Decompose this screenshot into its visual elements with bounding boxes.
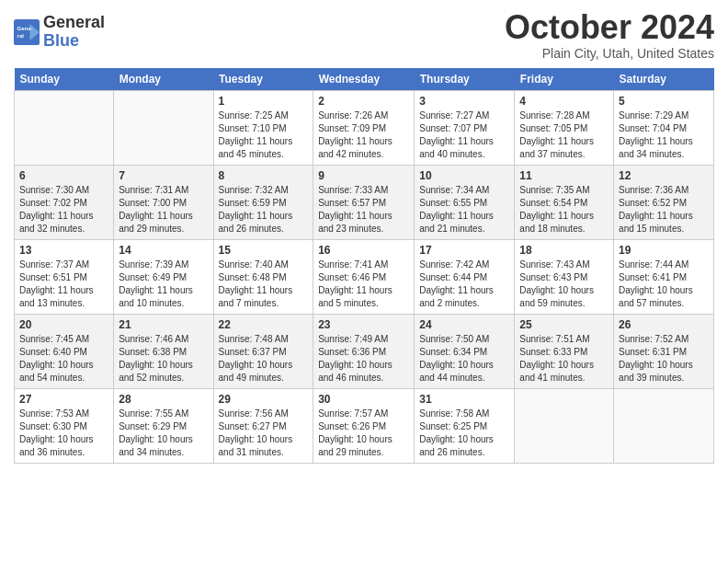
day-number: 28 [119,393,208,406]
day-info: Sunrise: 7:37 AM Sunset: 6:51 PM Dayligh… [19,259,108,310]
calendar-cell: 17Sunrise: 7:42 AM Sunset: 6:44 PM Dayli… [415,239,515,314]
location: Plain City, Utah, United States [505,46,714,61]
day-info: Sunrise: 7:29 AM Sunset: 7:04 PM Dayligh… [619,109,709,161]
day-number: 5 [619,95,709,108]
day-number: 18 [519,244,609,257]
calendar-cell: 16Sunrise: 7:41 AM Sunset: 6:46 PM Dayli… [313,239,415,314]
day-info: Sunrise: 7:41 AM Sunset: 6:46 PM Dayligh… [318,259,409,310]
day-header-sunday: Sunday [15,68,114,91]
day-number: 17 [419,244,509,257]
header-row: SundayMondayTuesdayWednesdayThursdayFrid… [15,68,714,91]
calendar-cell: 18Sunrise: 7:43 AM Sunset: 6:43 PM Dayli… [515,239,614,314]
logo: Gene ral General Blue [14,14,105,51]
day-info: Sunrise: 7:50 AM Sunset: 6:34 PM Dayligh… [419,333,509,385]
day-number: 24 [419,318,509,331]
svg-text:Gene: Gene [17,25,32,31]
day-header-tuesday: Tuesday [213,68,313,91]
week-row-4: 20Sunrise: 7:45 AM Sunset: 6:40 PM Dayli… [15,314,714,388]
day-number: 13 [19,244,108,257]
day-info: Sunrise: 7:49 AM Sunset: 6:36 PM Dayligh… [318,333,409,385]
calendar-cell: 29Sunrise: 7:56 AM Sunset: 6:27 PM Dayli… [213,388,313,463]
month-title: October 2024 [505,9,714,46]
calendar-cell: 3Sunrise: 7:27 AM Sunset: 7:07 PM Daylig… [415,90,515,165]
day-info: Sunrise: 7:42 AM Sunset: 6:44 PM Dayligh… [419,259,509,310]
day-info: Sunrise: 7:48 AM Sunset: 6:37 PM Dayligh… [219,333,309,385]
day-header-saturday: Saturday [614,68,714,91]
calendar-cell: 22Sunrise: 7:48 AM Sunset: 6:37 PM Dayli… [213,314,313,388]
day-number: 27 [19,393,108,406]
day-info: Sunrise: 7:34 AM Sunset: 6:55 PM Dayligh… [419,184,509,236]
day-info: Sunrise: 7:30 AM Sunset: 7:02 PM Dayligh… [19,184,108,236]
calendar-cell [614,388,714,463]
calendar-cell: 6Sunrise: 7:30 AM Sunset: 7:02 PM Daylig… [15,165,114,239]
day-number: 1 [219,95,309,108]
calendar-cell: 5Sunrise: 7:29 AM Sunset: 7:04 PM Daylig… [614,90,714,165]
calendar-cell: 20Sunrise: 7:45 AM Sunset: 6:40 PM Dayli… [15,314,114,388]
calendar-cell: 23Sunrise: 7:49 AM Sunset: 6:36 PM Dayli… [313,314,415,388]
day-info: Sunrise: 7:55 AM Sunset: 6:29 PM Dayligh… [119,408,208,459]
calendar-cell: 24Sunrise: 7:50 AM Sunset: 6:34 PM Dayli… [415,314,515,388]
day-info: Sunrise: 7:51 AM Sunset: 6:33 PM Dayligh… [519,333,609,385]
day-info: Sunrise: 7:27 AM Sunset: 7:07 PM Dayligh… [419,109,509,161]
day-info: Sunrise: 7:39 AM Sunset: 6:49 PM Dayligh… [119,259,208,310]
day-info: Sunrise: 7:35 AM Sunset: 6:54 PM Dayligh… [519,184,609,236]
calendar-cell: 14Sunrise: 7:39 AM Sunset: 6:49 PM Dayli… [114,239,213,314]
header: Gene ral General Blue October 2024 Plain… [14,9,714,61]
day-number: 25 [519,318,609,331]
day-header-friday: Friday [515,68,614,91]
day-number: 22 [219,318,309,331]
page-container: Gene ral General Blue October 2024 Plain… [0,0,728,473]
day-number: 16 [318,244,409,257]
calendar-cell: 13Sunrise: 7:37 AM Sunset: 6:51 PM Dayli… [15,239,114,314]
logo-line2: Blue [43,32,105,51]
logo-line1: General [43,14,105,32]
day-number: 8 [219,169,309,182]
calendar-cell: 19Sunrise: 7:44 AM Sunset: 6:41 PM Dayli… [614,239,714,314]
calendar-cell: 11Sunrise: 7:35 AM Sunset: 6:54 PM Dayli… [515,165,614,239]
day-number: 10 [419,169,509,182]
calendar-cell: 10Sunrise: 7:34 AM Sunset: 6:55 PM Dayli… [415,165,515,239]
day-number: 14 [119,244,208,257]
day-number: 7 [119,169,208,182]
calendar-cell: 28Sunrise: 7:55 AM Sunset: 6:29 PM Dayli… [114,388,213,463]
day-info: Sunrise: 7:43 AM Sunset: 6:43 PM Dayligh… [519,259,609,310]
calendar-cell: 26Sunrise: 7:52 AM Sunset: 6:31 PM Dayli… [614,314,714,388]
calendar-cell: 7Sunrise: 7:31 AM Sunset: 7:00 PM Daylig… [114,165,213,239]
day-info: Sunrise: 7:56 AM Sunset: 6:27 PM Dayligh… [219,408,309,459]
day-info: Sunrise: 7:31 AM Sunset: 7:00 PM Dayligh… [119,184,208,236]
day-number: 23 [318,318,409,331]
day-info: Sunrise: 7:33 AM Sunset: 6:57 PM Dayligh… [318,184,409,236]
svg-text:ral: ral [17,32,25,39]
day-info: Sunrise: 7:58 AM Sunset: 6:25 PM Dayligh… [419,408,509,459]
day-info: Sunrise: 7:32 AM Sunset: 6:59 PM Dayligh… [219,184,309,236]
day-number: 15 [219,244,309,257]
week-row-3: 13Sunrise: 7:37 AM Sunset: 6:51 PM Dayli… [15,239,714,314]
day-header-monday: Monday [114,68,213,91]
calendar-cell: 25Sunrise: 7:51 AM Sunset: 6:33 PM Dayli… [515,314,614,388]
day-number: 6 [19,169,108,182]
calendar-cell: 12Sunrise: 7:36 AM Sunset: 6:52 PM Dayli… [614,165,714,239]
day-info: Sunrise: 7:40 AM Sunset: 6:48 PM Dayligh… [219,259,309,310]
day-info: Sunrise: 7:53 AM Sunset: 6:30 PM Dayligh… [19,408,108,459]
calendar-cell: 4Sunrise: 7:28 AM Sunset: 7:05 PM Daylig… [515,90,614,165]
week-row-2: 6Sunrise: 7:30 AM Sunset: 7:02 PM Daylig… [15,165,714,239]
calendar-cell [515,388,614,463]
day-info: Sunrise: 7:26 AM Sunset: 7:09 PM Dayligh… [318,109,409,161]
day-info: Sunrise: 7:25 AM Sunset: 7:10 PM Dayligh… [219,109,309,161]
calendar-cell: 1Sunrise: 7:25 AM Sunset: 7:10 PM Daylig… [213,90,313,165]
day-info: Sunrise: 7:52 AM Sunset: 6:31 PM Dayligh… [619,333,709,385]
calendar-cell: 27Sunrise: 7:53 AM Sunset: 6:30 PM Dayli… [15,388,114,463]
day-number: 30 [318,393,409,406]
calendar-cell: 2Sunrise: 7:26 AM Sunset: 7:09 PM Daylig… [313,90,415,165]
calendar-cell: 15Sunrise: 7:40 AM Sunset: 6:48 PM Dayli… [213,239,313,314]
day-number: 29 [219,393,309,406]
day-number: 12 [619,169,709,182]
day-number: 4 [519,95,609,108]
day-info: Sunrise: 7:46 AM Sunset: 6:38 PM Dayligh… [119,333,208,385]
calendar-cell: 30Sunrise: 7:57 AM Sunset: 6:26 PM Dayli… [313,388,415,463]
day-number: 21 [119,318,208,331]
logo-text: General Blue [43,14,105,51]
day-header-wednesday: Wednesday [313,68,415,91]
week-row-5: 27Sunrise: 7:53 AM Sunset: 6:30 PM Dayli… [15,388,714,463]
day-number: 3 [419,95,509,108]
